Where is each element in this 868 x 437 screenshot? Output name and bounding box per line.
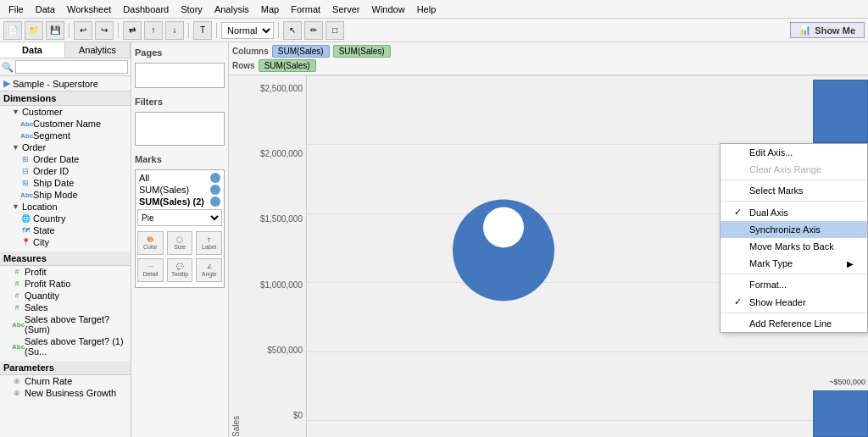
sidebar-item-order-group[interactable]: ▼ Order	[0, 141, 131, 153]
sidebar-item-sales-above-target[interactable]: Abc Sales above Target? (Sum)	[0, 313, 131, 335]
y-axis-title: Sales	[229, 75, 242, 437]
toolbar-tooltip[interactable]: □	[326, 21, 344, 40]
ctx-move-marks-label: Move Marks to Back	[749, 241, 834, 252]
filters-box[interactable]	[135, 112, 225, 146]
sidebar-item-customer-name[interactable]: Abc Customer Name	[0, 118, 131, 130]
tab-data[interactable]: Data	[0, 42, 65, 58]
map-icon: 🗺	[20, 226, 31, 235]
sidebar-item-sales-above-target2[interactable]: Abc Sales above Target? (1) (Su...	[0, 335, 131, 357]
show-me-button[interactable]: 📊 Show Me	[790, 22, 865, 38]
toolbar: 📄 📁 💾 ↩ ↪ ⇄ ↑ ↓ T Normal ↖ ✏ □ 📊 Show Me	[0, 19, 868, 42]
sidebar-item-order-id[interactable]: ⊟ Order ID	[0, 165, 131, 177]
menu-worksheet[interactable]: Worksheet	[62, 3, 116, 16]
sidebar-item-profit[interactable]: # Profit	[0, 266, 131, 278]
sidebar-item-churn-rate[interactable]: ⊕ Churn Rate	[0, 375, 131, 387]
ctx-arrow-1: ▶	[847, 259, 854, 268]
tab-analytics[interactable]: Analytics	[65, 42, 131, 58]
measure-icon: #	[12, 268, 22, 276]
menu-analysis[interactable]: Analysis	[209, 3, 254, 16]
marks-tooltip-btn[interactable]: 💬Tooltip	[167, 258, 193, 282]
menu-server[interactable]: Server	[327, 3, 364, 16]
svg-point-1	[483, 207, 524, 247]
ctx-edit-axis[interactable]: Edit Axis...	[721, 144, 867, 161]
toolbar-pointer[interactable]: ↖	[283, 21, 302, 40]
toolbar-undo[interactable]: ↩	[74, 21, 92, 40]
marks-type-select[interactable]: Pie	[137, 209, 222, 226]
marks-size-btn[interactable]: ◯Size	[167, 231, 193, 255]
marks-color-btn[interactable]: 🎨Color	[137, 231, 164, 255]
toolbar-redo[interactable]: ↪	[95, 21, 114, 40]
ctx-clear-axis[interactable]: Clear Axis Range	[721, 161, 867, 178]
sidebar-item-new-business[interactable]: ⊕ New Business Growth	[0, 387, 131, 399]
sidebar-item-profit-ratio[interactable]: # Profit Ratio	[0, 278, 131, 290]
churn-rate-label: Churn Rate	[25, 376, 72, 386]
ctx-format[interactable]: Format...	[721, 276, 867, 293]
menu-map[interactable]: Map	[256, 3, 284, 16]
sidebar-search-area: 🔍 📌	[0, 58, 131, 76]
sidebar-tabs: Data Analytics	[0, 42, 131, 58]
menu-window[interactable]: Window	[367, 3, 410, 16]
ctx-add-reference-line[interactable]: Add Reference Line	[721, 315, 867, 332]
y-value-6: $0	[246, 411, 303, 420]
sidebar: Data Analytics 🔍 📌 ▶ Sample - Superstore…	[0, 42, 131, 437]
filters-panel: Filters	[135, 95, 225, 146]
menu-format[interactable]: Format	[286, 3, 326, 16]
expand-icon: ▼	[12, 108, 19, 116]
marks-all-circle	[210, 173, 220, 183]
menu-story[interactable]: Story	[175, 3, 208, 16]
ctx-select-marks[interactable]: Select Marks	[721, 182, 867, 199]
col-pill1[interactable]: SUM(Sales)	[272, 45, 330, 58]
data-source-name[interactable]: Sample - Superstore	[13, 79, 98, 89]
sidebar-item-location-group[interactable]: ▼ Location	[0, 201, 131, 213]
ctx-show-header[interactable]: ✓ Show Header	[721, 293, 867, 311]
param-icon: ⊕	[12, 377, 22, 385]
sidebar-item-state[interactable]: 🗺 State	[0, 224, 131, 236]
col-pill2[interactable]: SUM(Sales)	[333, 45, 391, 58]
toolbar-sort-asc[interactable]: ↑	[144, 21, 163, 40]
marks-detail-btn[interactable]: ⋯Detail	[137, 258, 164, 282]
sidebar-item-customer-group[interactable]: ▼ Customer	[0, 106, 131, 118]
menu-data[interactable]: Data	[31, 3, 60, 16]
ctx-show-header-label: Show Header	[749, 297, 806, 307]
toolbar-label[interactable]: T	[193, 21, 212, 40]
toolbar-new[interactable]: 📄	[3, 21, 22, 40]
sidebar-item-ship-mode[interactable]: Abc Ship Mode	[0, 189, 131, 201]
sidebar-item-city[interactable]: 📍 City	[0, 236, 131, 248]
measure-icon4: #	[12, 303, 22, 312]
toolbar-pan[interactable]: ✏	[304, 21, 323, 40]
toolbar-sort-desc[interactable]: ↓	[165, 21, 184, 40]
ctx-dual-axis[interactable]: ✓ Dual Axis	[721, 203, 867, 221]
marks-sumsales-row: SUM(Sales)	[137, 184, 222, 196]
ship-mode-label: Ship Mode	[33, 190, 78, 200]
ctx-move-marks[interactable]: Move Marks to Back	[721, 238, 867, 255]
pages-box	[135, 63, 225, 88]
marks-all-row: All	[137, 172, 222, 184]
sidebar-item-quantity[interactable]: # Quantity	[0, 290, 131, 301]
sidebar-item-sales[interactable]: # Sales	[0, 301, 131, 313]
marks-angle-btn[interactable]: ∠Angle	[196, 258, 222, 282]
toolbar-open[interactable]: 📁	[25, 21, 43, 40]
menu-dashboard[interactable]: Dashboard	[118, 3, 174, 16]
menu-help[interactable]: Help	[412, 3, 442, 16]
row-pill1[interactable]: SUM(Sales)	[259, 59, 316, 72]
sidebar-item-order-date[interactable]: ⊞ Order Date	[0, 153, 131, 165]
ctx-mark-type[interactable]: Mark Type ▶	[721, 255, 867, 272]
toolbar-normal-select[interactable]: Normal	[221, 22, 274, 39]
city-label: City	[33, 237, 49, 247]
toolbar-save[interactable]: 💾	[46, 21, 64, 40]
search-input[interactable]	[15, 60, 128, 74]
pages-panel: Pages	[135, 46, 225, 88]
pie-chart[interactable]	[448, 195, 559, 307]
sidebar-item-segment[interactable]: Abc Segment	[0, 130, 131, 141]
marks-label-btn[interactable]: TLabel	[196, 231, 222, 255]
profit-ratio-label: Profit Ratio	[25, 279, 70, 289]
toolbar-swap[interactable]: ⇄	[123, 21, 142, 40]
sidebar-item-country[interactable]: 🌐 Country	[0, 213, 131, 224]
ship-date-label: Ship Date	[33, 178, 74, 188]
ctx-synchronize-axis[interactable]: Synchronize Axis	[721, 221, 867, 238]
sidebar-item-ship-date[interactable]: ⊞ Ship Date	[0, 177, 131, 189]
menu-file[interactable]: File	[3, 3, 29, 16]
marks-sumsales2-label: SUM(Sales) (2)	[139, 196, 204, 207]
search-icon: 🔍	[2, 62, 14, 73]
ctx-synchronize-axis-label: Synchronize Axis	[749, 224, 821, 235]
